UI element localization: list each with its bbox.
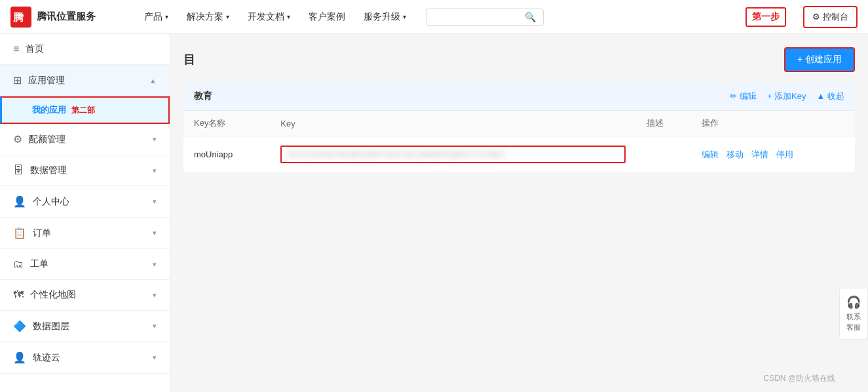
app-section: 教育 ✏ 编辑 + 添加Key ▲ 收起 Key名称 Key 描述 操作 <box>183 83 855 173</box>
sidebar-item-home[interactable]: ≡ 首页 <box>0 34 170 65</box>
col-header-keyname: Key名称 <box>183 111 270 136</box>
row-move-link[interactable]: 移动 <box>726 149 744 161</box>
sidebar-item-app-mgmt[interactable]: ⊞ 应用管理 ▲ <box>0 65 170 96</box>
row-edit-link[interactable]: 编辑 <box>702 149 719 161</box>
watermark: CSDN @防火墙在线 <box>763 373 835 384</box>
chevron-down-icon: ▾ <box>287 13 290 20</box>
collapse-link[interactable]: ▲ 收起 <box>817 90 844 102</box>
track-icon: 👤 <box>13 351 26 364</box>
workorder-icon: 🗂 <box>13 258 24 270</box>
col-header-key: Key <box>270 111 636 136</box>
headset-icon: 🎧 <box>845 295 862 309</box>
desc-cell <box>636 136 691 173</box>
blurred-key-value: AK12345678ABCDEFGHIJKLMNOPQRSTUVWX <box>287 150 505 159</box>
second-part-label: 第二部 <box>71 105 95 116</box>
chevron-down-icon: ▾ <box>403 13 406 20</box>
chevron-down-icon: ▾ <box>153 353 157 362</box>
search-icon: 🔍 <box>525 12 536 22</box>
nav-item-cases[interactable]: 客户案例 <box>299 0 354 34</box>
console-button[interactable]: ⚙ 控制台 <box>803 6 858 28</box>
brand-name: 腾讯位置服务 <box>37 10 96 23</box>
sidebar-item-data-layer[interactable]: 🔷 数据图层 ▾ <box>0 311 170 342</box>
sidebar-item-custom-map[interactable]: 🗺 个性化地图 ▾ <box>0 280 170 311</box>
settings-icon: ⚙ <box>812 12 820 22</box>
edit-link[interactable]: ✏ 编辑 <box>730 90 757 102</box>
home-icon: ≡ <box>13 43 19 55</box>
contact-float[interactable]: 🎧 联系客服 <box>839 288 868 340</box>
sidebar-subitem-my-app[interactable]: 我的应用 第二部 <box>0 96 170 124</box>
page-title: 目 <box>183 52 195 68</box>
search-box[interactable]: 🔍 <box>426 9 544 26</box>
sidebar-item-order[interactable]: 📋 订单 ▾ <box>0 218 170 249</box>
sidebar-item-track-cloud[interactable]: 👤 轨迹云 ▾ <box>0 342 170 374</box>
svg-text:腾: 腾 <box>12 12 24 23</box>
chevron-down-icon: ▾ <box>153 322 157 330</box>
database-icon: 🗄 <box>13 165 24 176</box>
key-name-cell: moUniapp <box>183 136 270 173</box>
sidebar-item-config-mgmt[interactable]: ⚙ 配额管理 ▾ <box>0 124 170 155</box>
nav-item-solution[interactable]: 解决方案 ▾ <box>178 0 238 34</box>
add-key-link[interactable]: + 添加Key <box>767 90 806 102</box>
config-icon: ⚙ <box>13 133 22 146</box>
sidebar: ≡ 首页 ⊞ 应用管理 ▲ 我的应用 第二部 ⚙ 配额管理 ▾ 🗄 数据管理 ▾… <box>0 34 170 392</box>
row-detail-link[interactable]: 详情 <box>751 149 768 161</box>
col-header-actions: 操作 <box>691 111 855 136</box>
grid-icon: ⊞ <box>13 74 22 87</box>
app-table: Key名称 Key 描述 操作 moUniapp AK12345678ABCDE… <box>183 111 855 173</box>
table-row: moUniapp AK12345678ABCDEFGHIJKLMNOPQRSTU… <box>183 136 855 173</box>
top-nav: 腾 腾讯位置服务 产品 ▾ 解决方案 ▾ 开发文档 ▾ 客户案例 服务升级 ▾ … <box>0 0 868 34</box>
actions-cell: 编辑 移动 详情 停用 <box>691 136 855 173</box>
sidebar-item-personal[interactable]: 👤 个人中心 ▾ <box>0 186 170 218</box>
nav-item-docs[interactable]: 开发文档 ▾ <box>238 0 299 34</box>
chevron-down-icon: ▾ <box>165 13 168 20</box>
nav-item-upgrade[interactable]: 服务升级 ▾ <box>354 0 415 34</box>
sidebar-item-data-mgmt[interactable]: 🗄 数据管理 ▾ <box>0 155 170 186</box>
chevron-down-icon: ▾ <box>153 260 157 269</box>
nav-menu: 产品 ▾ 解决方案 ▾ 开发文档 ▾ 客户案例 服务升级 ▾ 🔍 <box>135 0 745 34</box>
layer-icon: 🔷 <box>13 320 26 332</box>
key-cell-box: AK12345678ABCDEFGHIJKLMNOPQRSTUVWX <box>280 146 626 163</box>
chevron-down-icon: ▾ <box>226 13 229 20</box>
layout: ≡ 首页 ⊞ 应用管理 ▲ 我的应用 第二部 ⚙ 配额管理 ▾ 🗄 数据管理 ▾… <box>0 34 868 392</box>
user-icon: 👤 <box>13 195 26 208</box>
col-header-desc: 描述 <box>636 111 691 136</box>
chevron-down-icon: ▾ <box>153 135 157 144</box>
map-icon: 🗺 <box>13 289 24 301</box>
create-app-button[interactable]: + 创建应用 <box>784 47 855 72</box>
chevron-up-icon: ▲ <box>149 77 157 85</box>
nav-item-product[interactable]: 产品 ▾ <box>135 0 178 34</box>
contact-label: 联系客服 <box>846 313 861 330</box>
chevron-down-icon: ▾ <box>153 291 157 300</box>
search-input[interactable] <box>433 12 525 22</box>
order-icon: 📋 <box>13 227 26 239</box>
sidebar-item-work-order[interactable]: 🗂 工单 ▾ <box>0 249 170 280</box>
app-section-actions: ✏ 编辑 + 添加Key ▲ 收起 <box>730 90 844 102</box>
page-header: 目 + 创建应用 <box>183 47 855 72</box>
chevron-down-icon: ▾ <box>153 229 157 237</box>
chevron-down-icon: ▾ <box>153 197 157 206</box>
chevron-down-icon: ▾ <box>153 167 157 175</box>
app-section-name: 教育 <box>194 90 212 102</box>
app-section-header: 教育 ✏ 编辑 + 添加Key ▲ 收起 <box>183 83 855 111</box>
key-value-cell: AK12345678ABCDEFGHIJKLMNOPQRSTUVWX <box>270 136 636 173</box>
row-actions: 编辑 移动 详情 停用 <box>702 149 844 161</box>
row-disable-link[interactable]: 停用 <box>776 149 793 161</box>
main-content: 目 + 创建应用 教育 ✏ 编辑 + 添加Key ▲ 收起 Key名称 Key <box>170 34 868 392</box>
logo-icon: 腾 <box>10 7 31 28</box>
first-step-label[interactable]: 第一步 <box>745 7 786 27</box>
logo-area: 腾 腾讯位置服务 <box>10 7 115 28</box>
